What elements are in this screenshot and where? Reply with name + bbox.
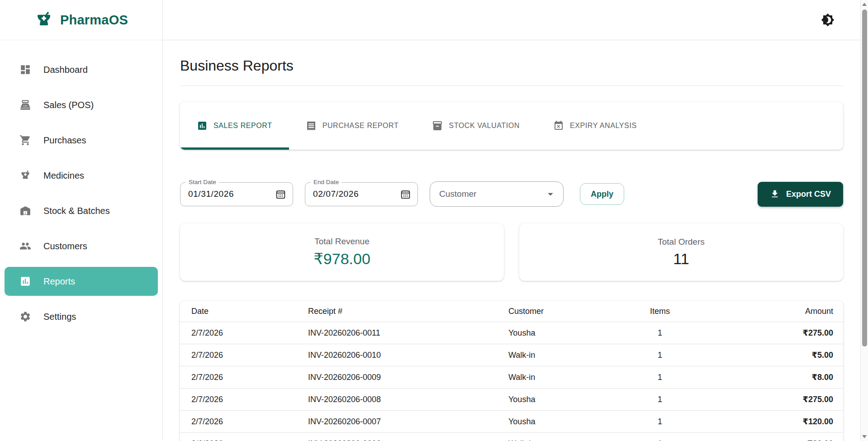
- cell-amount: ₹275.00: [719, 394, 833, 404]
- sidebar-item-purchases[interactable]: Purchases: [5, 126, 158, 155]
- scrollbar-thumb[interactable]: [862, 9, 867, 346]
- scrollbar-up-arrow[interactable]: [861, 0, 868, 8]
- page-header: Business Reports: [180, 40, 843, 86]
- cell-receipt: INV-20260206-0008: [308, 395, 508, 404]
- cell-customer: Yousha: [508, 395, 601, 404]
- cell-items: 1: [601, 417, 719, 427]
- cell-receipt: INV-20260206-0011: [308, 328, 508, 338]
- card-value: 11: [673, 250, 689, 268]
- card-label: Total Revenue: [314, 237, 369, 247]
- sidebar-item-reports[interactable]: Reports: [5, 267, 158, 296]
- calendar-icon[interactable]: [400, 189, 411, 200]
- cell-customer: Walk-in: [508, 351, 601, 360]
- tab-label: EXPIRY ANALYSIS: [570, 122, 637, 130]
- sidebar-item-dashboard[interactable]: Dashboard: [5, 55, 158, 84]
- sidebar-item-label: Purchases: [43, 135, 86, 146]
- sidebar-item-medicines[interactable]: Medicines: [5, 161, 158, 190]
- export-csv-button[interactable]: Export CSV: [758, 182, 843, 207]
- cell-date: 2/7/2026: [191, 328, 308, 338]
- start-date-value[interactable]: 01/31/2026: [188, 189, 275, 199]
- sidebar-item-label: Stock & Batches: [43, 206, 110, 216]
- topbar: [163, 0, 860, 40]
- sidebar-item-label: Customers: [43, 241, 87, 251]
- cell-amount: ₹5.00: [719, 350, 833, 360]
- calendar-icon[interactable]: [275, 189, 286, 200]
- app-window: PharmaOS DashboardSales (POS)PurchasesMe…: [0, 0, 868, 441]
- cell-customer: Walk-in: [508, 439, 601, 441]
- table-row: 2/7/2026INV-20260206-0011Yousha1₹275.00: [180, 322, 843, 344]
- sidebar-item-label: Settings: [43, 312, 76, 322]
- table-row: 2/7/2026INV-20260206-0008Yousha1₹275.00: [180, 389, 843, 411]
- end-date-label: End Date: [311, 179, 342, 185]
- sidebar-item-sales-pos[interactable]: Sales (POS): [5, 90, 158, 119]
- sidebar-item-label: Dashboard: [43, 65, 88, 75]
- cell-items: 1: [601, 373, 719, 382]
- filters-row: Start Date 01/31/2026 End Date 02/07/202…: [180, 181, 843, 207]
- sidebar-item-label: Reports: [43, 276, 75, 287]
- warehouse-icon: [19, 205, 31, 217]
- dashboard-icon: [19, 64, 31, 76]
- total-orders-card: Total Orders 11: [519, 223, 843, 281]
- cell-date: 2/7/2026: [191, 417, 308, 427]
- table-header-row: DateReceipt #CustomerItemsAmount: [180, 301, 843, 322]
- theme-toggle-button[interactable]: [818, 10, 838, 30]
- cell-items: 1: [601, 395, 719, 404]
- sidebar-item-label: Medicines: [43, 171, 84, 181]
- column-header: Customer: [508, 307, 601, 316]
- cell-items: 1: [601, 439, 719, 441]
- tab-purchase-report[interactable]: PURCHASE REPORT: [289, 102, 416, 150]
- total-revenue-card: Total Revenue ₹978.00: [180, 223, 504, 281]
- customer-select[interactable]: Customer: [430, 181, 564, 207]
- summary-cards: Total Revenue ₹978.00 Total Orders 11: [180, 223, 843, 281]
- page-title: Business Reports: [180, 40, 843, 85]
- tab-label: STOCK VALUATION: [449, 122, 520, 130]
- card-label: Total Orders: [658, 237, 704, 247]
- cell-receipt: INV-20260206-0007: [308, 417, 508, 427]
- cell-amount: ₹8.00: [719, 372, 833, 382]
- cell-amount: ₹275.00: [719, 328, 833, 338]
- tab-label: SALES REPORT: [213, 122, 272, 130]
- sidebar-item-settings[interactable]: Settings: [5, 302, 158, 331]
- end-date-value[interactable]: 02/07/2026: [313, 189, 400, 199]
- sidebar-item-label: Sales (POS): [43, 100, 94, 110]
- download-icon: [770, 189, 780, 199]
- table-row: 2/7/2026INV-20260206-0010Walk-in1₹5.00: [180, 344, 843, 366]
- cell-amount: ₹90.00: [719, 439, 833, 441]
- receipt-icon: [306, 120, 317, 131]
- column-header: Amount: [719, 307, 833, 316]
- cell-receipt: INV-20260206-0006: [308, 439, 508, 441]
- tab-sales-report[interactable]: SALES REPORT: [180, 102, 289, 150]
- cell-date: 2/7/2026: [191, 395, 308, 404]
- cell-amount: ₹120.00: [719, 417, 833, 427]
- brand-logo[interactable]: PharmaOS: [0, 0, 162, 40]
- mortar-pestle-icon: [19, 170, 31, 181]
- start-date-field[interactable]: Start Date 01/31/2026: [180, 182, 293, 206]
- sidebar-item-stock-batches[interactable]: Stock & Batches: [5, 196, 158, 225]
- end-date-field[interactable]: End Date 02/07/2026: [305, 182, 418, 206]
- cell-date: 2/6/2026: [191, 439, 308, 441]
- apply-button[interactable]: Apply: [580, 183, 624, 205]
- cell-items: 1: [601, 351, 719, 360]
- sidebar: PharmaOS DashboardSales (POS)PurchasesMe…: [0, 0, 163, 441]
- cell-customer: Yousha: [508, 328, 601, 338]
- cell-date: 2/7/2026: [191, 373, 308, 382]
- tab-expiry-analysis[interactable]: EXPIRY ANALYSIS: [536, 102, 654, 150]
- tab-stock-valuation[interactable]: STOCK VALUATION: [415, 102, 536, 150]
- shopping-cart-icon: [19, 134, 31, 146]
- cell-date: 2/7/2026: [191, 351, 308, 360]
- vertical-scrollbar[interactable]: [860, 0, 868, 441]
- content: Business Reports SALES REPORTPURCHASE RE…: [163, 40, 860, 441]
- cell-receipt: INV-20260206-0009: [308, 373, 508, 382]
- scrollbar-down-arrow[interactable]: [861, 433, 868, 441]
- sidebar-nav: DashboardSales (POS)PurchasesMedicinesSt…: [0, 40, 162, 441]
- table-row: 2/6/2026INV-20260206-0006Walk-in1₹90.00: [180, 433, 843, 441]
- customer-select-value: Customer: [439, 189, 544, 199]
- inventory-box-icon: [432, 120, 443, 131]
- bar-chart-icon: [197, 120, 208, 131]
- sidebar-item-customers[interactable]: Customers: [5, 232, 158, 261]
- sales-table: DateReceipt #CustomerItemsAmount2/7/2026…: [180, 301, 843, 441]
- cell-customer: Yousha: [508, 417, 601, 427]
- tabs: SALES REPORTPURCHASE REPORTSTOCK VALUATI…: [180, 102, 843, 150]
- chevron-down-icon: [544, 188, 557, 200]
- people-icon: [19, 240, 31, 252]
